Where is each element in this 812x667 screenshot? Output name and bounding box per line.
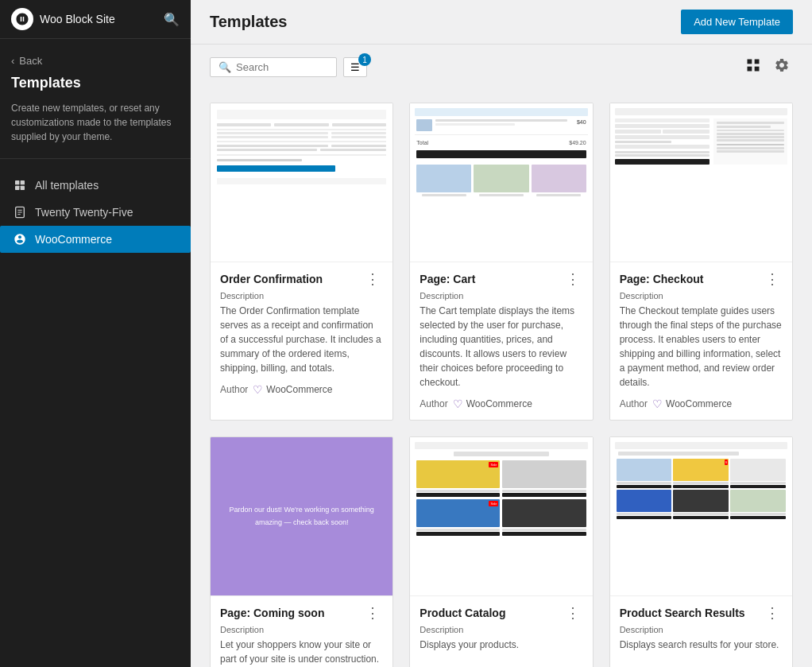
template-desc-label: Description (220, 291, 383, 301)
template-info: Product Search Results ⋮ Description Dis… (610, 596, 792, 667)
author-logo: ♡ WooCommerce (253, 383, 332, 396)
template-author-row: Author ♡ WooCommerce (420, 397, 582, 410)
template-card-product-catalog: Sale Sale (409, 436, 593, 667)
template-description: The Order Confirmation template serves a… (220, 304, 383, 375)
sidebar-description: Create new templates, or reset any custo… (0, 96, 191, 155)
site-title: Woo Block Site (40, 13, 115, 25)
template-title-row: Product Catalog ⋮ (420, 606, 582, 620)
chevron-left-icon: ‹ (11, 55, 14, 67)
coming-soon-preview-text: Pardon our dust! We're working on someth… (226, 504, 377, 529)
template-more-button[interactable]: ⋮ (762, 272, 783, 286)
template-more-button[interactable]: ⋮ (362, 606, 383, 620)
woo-brand-icon: ♡ (652, 397, 663, 410)
template-card-order-confirmation: Order Confirmation ⋮ Description The Ord… (210, 103, 393, 421)
svg-rect-2 (15, 186, 19, 190)
sidebar-item-label: WooCommerce (35, 233, 112, 246)
template-desc-label: Description (420, 625, 582, 634)
template-author-row: Author ♡ WooCommerce (220, 383, 383, 396)
author-label: Author (420, 398, 447, 409)
template-more-button[interactable]: ⋮ (762, 606, 783, 620)
author-label: Author (220, 384, 248, 395)
add-new-template-button[interactable]: Add New Template (681, 10, 793, 34)
back-button[interactable]: ‹ Back (0, 50, 191, 75)
template-info: Page: Coming soon ⋮ Description Let your… (211, 596, 392, 667)
template-card-page-coming-soon: Pardon our dust! We're working on someth… (210, 436, 393, 667)
svg-rect-3 (21, 186, 25, 190)
author-name: WooCommerce (266, 384, 332, 395)
template-title-row: Page: Checkout ⋮ (620, 272, 783, 286)
search-input[interactable] (236, 61, 328, 73)
svg-rect-1 (21, 180, 25, 184)
template-card-page-cart: $40 Total$49.20 (409, 103, 593, 421)
author-name: WooCommerce (466, 398, 532, 409)
settings-button[interactable] (771, 54, 793, 80)
sidebar-header: Woo Block Site 🔍 (0, 0, 191, 39)
template-title-row: Page: Cart ⋮ (420, 272, 582, 286)
filter-icon: ☰ (350, 61, 360, 73)
template-title-row: Page: Coming soon ⋮ (220, 606, 383, 620)
template-card-product-search-results: S (609, 436, 793, 667)
template-preview: Pardon our dust! We're working on someth… (211, 437, 392, 596)
svg-rect-10 (748, 67, 752, 72)
grid-view-button[interactable] (742, 54, 764, 80)
author-label: Author (620, 398, 648, 409)
woo-icon (13, 232, 27, 246)
toolbar: 🔍 ☰ 1 (191, 45, 812, 90)
search-box[interactable]: 🔍 (210, 57, 337, 77)
template-name: Product Catalog (420, 607, 505, 619)
author-name: WooCommerce (666, 398, 732, 409)
template-preview: $40 Total$49.20 (410, 103, 592, 262)
sidebar-item-label: Twenty Twenty-Five (35, 206, 133, 219)
sidebar: Woo Block Site 🔍 ‹ Back Templates Create… (0, 0, 191, 667)
woo-brand-icon: ♡ (253, 383, 263, 396)
template-more-button[interactable]: ⋮ (563, 606, 583, 620)
template-desc-label: Description (420, 291, 582, 301)
sidebar-item-label: All templates (35, 179, 99, 192)
wp-logo (11, 8, 33, 30)
page-icon (13, 205, 27, 219)
template-title-row: Order Confirmation ⋮ (220, 272, 383, 286)
template-desc-label: Description (620, 625, 783, 634)
template-card-page-checkout: Page: Checkout ⋮ Description The Checkou… (609, 103, 793, 421)
templates-grid-container: Order Confirmation ⋮ Description The Ord… (191, 90, 812, 667)
template-description: Let your shoppers know your site or part… (220, 638, 383, 667)
main-header: Templates Add New Template (191, 0, 812, 45)
template-description: The Checkout template guides users throu… (620, 304, 783, 390)
template-name: Page: Cart (420, 273, 475, 285)
template-name: Product Search Results (620, 607, 745, 619)
sidebar-nav: ‹ Back Templates Create new templates, o… (0, 39, 191, 167)
sidebar-item-all-templates[interactable]: All templates (0, 172, 191, 199)
sidebar-item-woocommerce[interactable]: WooCommerce (0, 226, 191, 253)
template-description: Displays your products. (420, 638, 582, 667)
template-description: The Cart template displays the items sel… (420, 304, 582, 390)
template-author-row: Author ♡ WooCommerce (620, 397, 783, 410)
template-preview (610, 103, 792, 262)
template-title-row: Product Search Results ⋮ (620, 606, 783, 620)
filter-button[interactable]: ☰ 1 (343, 57, 367, 77)
template-info: Page: Checkout ⋮ Description The Checkou… (610, 262, 792, 420)
sidebar-item-twenty-twenty-five[interactable]: Twenty Twenty-Five (0, 199, 191, 226)
toolbar-left: 🔍 ☰ 1 (210, 57, 367, 77)
svg-rect-9 (755, 60, 760, 64)
filter-badge: 1 (358, 53, 371, 66)
template-more-button[interactable]: ⋮ (563, 272, 583, 286)
template-name: Order Confirmation (220, 273, 323, 285)
template-desc-label: Description (220, 625, 383, 634)
svg-rect-11 (755, 67, 760, 72)
template-preview (211, 103, 392, 262)
template-info: Product Catalog ⋮ Description Displays y… (410, 596, 592, 667)
layout-icon (13, 178, 27, 192)
template-more-button[interactable]: ⋮ (362, 272, 383, 286)
sidebar-divider (0, 158, 191, 159)
svg-rect-8 (748, 60, 752, 64)
woo-brand-icon: ♡ (453, 397, 463, 410)
search-icon[interactable]: 🔍 (164, 12, 180, 27)
toolbar-right (742, 54, 793, 80)
template-preview: Sale Sale (410, 437, 592, 596)
svg-rect-0 (15, 180, 19, 184)
template-name: Page: Coming soon (220, 607, 324, 619)
template-description: Displays search results for your store. (620, 638, 783, 667)
templates-grid: Order Confirmation ⋮ Description The Ord… (210, 103, 793, 667)
template-info: Order Confirmation ⋮ Description The Ord… (211, 262, 392, 405)
author-logo: ♡ WooCommerce (453, 397, 532, 410)
